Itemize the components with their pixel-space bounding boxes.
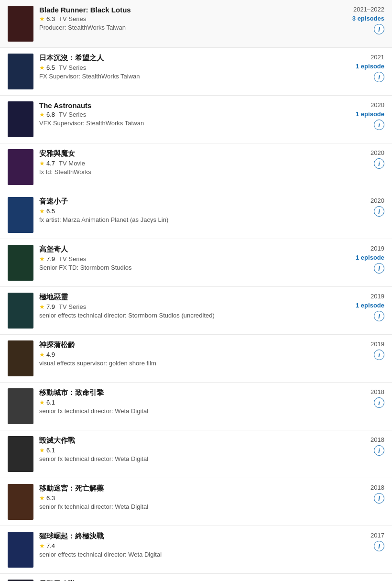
info-button[interactable]: i	[374, 263, 384, 274]
item-title[interactable]: 極地惡靈	[39, 293, 356, 302]
star-icon: ★	[39, 303, 45, 310]
star-rating: ★6.3	[39, 15, 55, 22]
star-rating: ★6.3	[39, 494, 55, 502]
item-right: 2018i	[370, 484, 384, 504]
item-info: 安雅與魔女★4.7TV Moviefx td: StealthWorks	[39, 149, 370, 175]
type-badge: TV Series	[59, 255, 86, 263]
item-meta: ★6.1	[39, 399, 370, 406]
list-item[interactable]: Blade Runner: Black Lotus★6.3TV SeriesPr…	[0, 0, 392, 48]
item-right: 2020i	[370, 197, 384, 217]
item-title[interactable]: 移動城市：致命引擎	[39, 388, 370, 397]
rating-value: 6.1	[46, 399, 55, 406]
list-item[interactable]: The Astronauts★6.8TV SeriesVFX Superviso…	[0, 96, 392, 143]
star-rating: ★6.5	[39, 64, 55, 71]
star-icon: ★	[39, 208, 45, 215]
item-title[interactable]: 安雅與魔女	[39, 149, 370, 158]
list-item[interactable]: 安雅與魔女★4.7TV Moviefx td: StealthWorks2020…	[0, 143, 392, 191]
rating-value: 6.3	[46, 15, 55, 22]
poster-image	[8, 6, 33, 42]
rating-value: 7.9	[46, 303, 55, 310]
item-title[interactable]: 毀滅大作戰	[39, 436, 370, 445]
item-meta: ★6.1	[39, 447, 370, 454]
type-badge: TV Series	[59, 64, 86, 71]
item-episodes: 1 episode	[356, 110, 384, 118]
item-info: The Astronauts★6.8TV SeriesVFX Superviso…	[39, 101, 356, 127]
item-episodes: 1 episode	[356, 63, 384, 70]
item-role: VFX Supervisor: StealthWorks Taiwan	[39, 120, 356, 127]
poster-image	[8, 532, 33, 568]
item-meta: ★4.9	[39, 351, 370, 358]
item-info: 毀滅大作戰★6.1senior fx technical director: W…	[39, 436, 370, 462]
star-rating: ★7.9	[39, 255, 55, 263]
item-title[interactable]: 高堡奇人	[39, 245, 356, 254]
item-right: 20191 episodei	[356, 245, 384, 274]
info-button[interactable]: i	[374, 158, 384, 169]
item-right: 2020i	[370, 149, 384, 169]
star-icon: ★	[39, 160, 45, 167]
item-year: 2021	[370, 54, 384, 61]
item-info: 音速小子★6.5fx artist: Marza Animation Plane…	[39, 197, 370, 223]
item-title[interactable]: 神探蒲松齡	[39, 340, 370, 350]
list-item[interactable]: 毀滅大作戰★6.1senior fx technical director: W…	[0, 430, 392, 478]
info-button[interactable]: i	[374, 541, 384, 551]
list-item[interactable]: 日本沉沒：希望之人★6.5TV SeriesFX Supervisor: Ste…	[0, 48, 392, 96]
info-button[interactable]: i	[374, 311, 384, 321]
info-button[interactable]: i	[374, 120, 384, 130]
poster-image	[8, 484, 33, 520]
rating-value: 6.3	[46, 494, 55, 502]
star-icon: ★	[39, 111, 45, 118]
item-year: 2019	[370, 293, 384, 300]
item-episodes: 1 episode	[356, 302, 384, 309]
item-meta: ★7.9TV Series	[39, 255, 356, 263]
item-role: fx td: StealthWorks	[39, 168, 370, 175]
info-button[interactable]: i	[374, 24, 384, 34]
item-title[interactable]: Blade Runner: Black Lotus	[39, 6, 352, 14]
star-rating: ★6.8	[39, 111, 55, 118]
star-rating: ★6.1	[39, 447, 55, 454]
item-meta: ★6.5TV Series	[39, 64, 356, 71]
item-meta: ★7.9TV Series	[39, 303, 356, 310]
info-button[interactable]: i	[374, 72, 384, 82]
poster-image	[8, 149, 33, 185]
type-badge: TV Series	[59, 111, 86, 118]
type-badge: TV Movie	[59, 160, 85, 167]
list-item[interactable]: 移動城市：致命引擎★6.1senior fx technical directo…	[0, 383, 392, 430]
item-role: fx artist: Marza Animation Planet (as Ja…	[39, 216, 370, 223]
info-button[interactable]: i	[374, 493, 384, 504]
list-item[interactable]: 高堡奇人★7.9TV SeriesSenior FX TD: Stormborn…	[0, 239, 392, 287]
star-icon: ★	[39, 351, 45, 358]
star-rating: ★7.4	[39, 542, 55, 549]
item-title[interactable]: The Astronauts	[39, 101, 356, 110]
item-right: 20191 episodei	[356, 293, 384, 321]
list-item[interactable]: 移動迷宮：死亡解藥★6.3senior fx technical directo…	[0, 478, 392, 526]
rating-value: 4.7	[46, 160, 55, 167]
item-title[interactable]: 音速小子	[39, 197, 370, 206]
item-title[interactable]: 猩球崛起：終極決戰	[39, 532, 370, 541]
list-item[interactable]: 音速小子★6.5fx artist: Marza Animation Plane…	[0, 191, 392, 239]
info-button[interactable]: i	[374, 445, 384, 456]
item-role: senior effects technical director: Weta …	[39, 551, 370, 558]
list-item[interactable]: 神探蒲松齡★4.9visual effects supervisor: gold…	[0, 335, 392, 383]
poster-image	[8, 293, 33, 329]
info-button[interactable]: i	[374, 397, 384, 408]
item-title[interactable]: 日本沉沒：希望之人	[39, 54, 356, 63]
list-item[interactable]: 星際異攻隊2★7.6senior fx technical director: …	[0, 574, 392, 581]
item-role: senior fx technical director: Weta Digit…	[39, 407, 370, 415]
item-right: 20211 episodei	[356, 54, 384, 82]
list-item[interactable]: 極地惡靈★7.9TV Seriessenior effects technica…	[0, 287, 392, 335]
rating-value: 6.5	[46, 208, 55, 215]
info-button[interactable]: i	[374, 350, 384, 360]
item-right: 20201 episodei	[356, 101, 384, 130]
star-icon: ★	[39, 494, 45, 502]
star-icon: ★	[39, 64, 45, 71]
type-badge: TV Series	[59, 15, 86, 22]
rating-value: 6.5	[46, 64, 55, 71]
item-year: 2020	[370, 149, 384, 156]
list-item[interactable]: 猩球崛起：終極決戰★7.4senior effects technical di…	[0, 526, 392, 574]
star-rating: ★6.5	[39, 208, 55, 215]
item-info: 神探蒲松齡★4.9visual effects supervisor: gold…	[39, 340, 370, 367]
item-title[interactable]: 移動迷宮：死亡解藥	[39, 484, 370, 493]
star-rating: ★4.7	[39, 160, 55, 167]
info-button[interactable]: i	[374, 206, 384, 217]
item-year: 2020	[370, 101, 384, 109]
